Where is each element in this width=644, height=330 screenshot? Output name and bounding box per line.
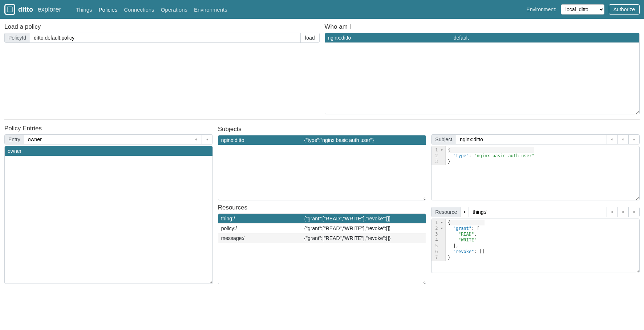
editor-code[interactable]: { "type": "nginx basic auth user" } (446, 146, 536, 165)
add-resource-button[interactable] (607, 207, 617, 217)
delete-entry-button[interactable] (202, 135, 212, 144)
table-row[interactable]: message:/{"grant":["READ","WRITE"],"revo… (218, 233, 426, 243)
table-row[interactable]: policy:/{"grant":["READ","WRITE"],"revok… (218, 224, 426, 233)
subjects-box[interactable]: nginx:ditto{"type":"nginx basic auth use… (218, 135, 426, 200)
subjects-resources-column: Subjects nginx:ditto{"type":"nginx basic… (218, 134, 426, 284)
table-row[interactable]: nginx:dittodefault (325, 33, 640, 43)
trash-icon (633, 209, 635, 215)
subjects-heading: Subjects (218, 126, 426, 133)
nav-links: ThingsPoliciesConnectionsOperationsEnvir… (76, 7, 227, 13)
subject-editor[interactable]: 1 ▾ 2 3 { "type": "nginx basic auth user… (431, 146, 640, 200)
editor-gutter: 1 ▾ 2 ▾ 3 4 5 6 7 (432, 219, 446, 261)
svg-rect-11 (633, 139, 635, 140)
entry-addon: Entry (5, 135, 24, 144)
whoami-panel: Who am I nginx:dittodefault (325, 23, 640, 114)
add-entry-button[interactable] (191, 135, 202, 144)
svg-rect-10 (623, 139, 624, 140)
load-button[interactable]: load (300, 33, 319, 42)
add-subject-button[interactable] (607, 135, 617, 144)
table-row[interactable]: owner (5, 146, 212, 156)
svg-marker-15 (464, 211, 466, 213)
svg-rect-19 (623, 211, 624, 212)
whoami-heading: Who am I (325, 23, 640, 30)
nav-link-operations[interactable]: Operations (161, 7, 187, 13)
table-cell: nginx:ditto (218, 135, 301, 145)
table-cell: message:/ (218, 233, 301, 243)
save-icon (622, 209, 624, 215)
table-cell: default (451, 33, 639, 43)
table-row[interactable]: thing:/{"grant":["READ","WRITE"],"revoke… (218, 214, 426, 224)
policyid-addon: PolicyId (5, 33, 30, 42)
table-cell: {"grant":["READ","WRITE"],"revoke":[]} (301, 233, 426, 243)
caret-right-icon (463, 211, 466, 213)
editors-column: Subject 1 ▾ 2 3 { "type": "nginx basic a… (431, 134, 640, 284)
subject-input-group: Subject (431, 134, 640, 144)
resource-addon: Resource (432, 207, 461, 217)
whoami-table: nginx:dittodefault (325, 33, 640, 43)
resource-input-group: Resource (431, 207, 640, 217)
save-resource-button[interactable] (617, 207, 628, 217)
delete-resource-button[interactable] (628, 207, 639, 217)
nav-link-things[interactable]: Things (76, 7, 92, 13)
subject-addon: Subject (432, 135, 456, 144)
table-cell: thing:/ (218, 214, 301, 224)
logo-icon (4, 4, 15, 15)
save-subject-button[interactable] (617, 135, 628, 144)
entry-input-group: Entry (4, 134, 213, 144)
policyid-input-group: PolicyId load (4, 33, 320, 43)
policyid-input[interactable] (30, 33, 300, 42)
table-cell: {"type":"nginx basic auth user"} (301, 135, 426, 145)
nav-link-environments[interactable]: Environments (194, 7, 227, 13)
environment-select[interactable]: local_ditto (561, 4, 604, 15)
nav-right: Environment: local_ditto Authorize (526, 4, 640, 15)
table-cell: {"grant":["READ","WRITE"],"revoke":[]} (301, 214, 426, 224)
whoami-box[interactable]: nginx:dittodefault (325, 33, 640, 114)
entries-list-box[interactable]: owner (4, 146, 213, 284)
load-policy-panel: Load a policy PolicyId load (4, 23, 320, 114)
plus-circle-icon (611, 209, 613, 215)
divider (4, 119, 640, 120)
navbar: ditto explorer ThingsPoliciesConnections… (0, 0, 644, 19)
editor-code[interactable]: { "grant": [ "READ", "WRITE" ], "revoke"… (446, 219, 487, 261)
plus-circle-icon (611, 137, 613, 142)
resource-dropdown-toggle[interactable] (461, 207, 469, 217)
trash-icon (633, 137, 635, 142)
entry-column: Entry owner (4, 134, 213, 284)
nav-link-policies[interactable]: Policies (99, 7, 118, 13)
svg-rect-3 (207, 139, 208, 140)
brand-sub: explorer (37, 6, 61, 13)
entry-input[interactable] (24, 135, 191, 144)
subject-input[interactable] (456, 135, 607, 144)
resource-input[interactable] (469, 207, 607, 217)
editor-gutter: 1 ▾ 2 3 (432, 146, 446, 165)
brand: ditto explorer (4, 4, 61, 15)
table-row[interactable]: nginx:ditto{"type":"nginx basic auth use… (218, 135, 426, 145)
table-cell: nginx:ditto (325, 33, 451, 43)
table-cell: owner (5, 146, 212, 156)
resources-box[interactable]: thing:/{"grant":["READ","WRITE"],"revoke… (218, 213, 426, 284)
brand-name: ditto (18, 6, 33, 13)
trash-icon (206, 137, 208, 142)
load-policy-heading: Load a policy (4, 23, 320, 30)
delete-subject-button[interactable] (628, 135, 639, 144)
authorize-button[interactable]: Authorize (609, 4, 640, 15)
nav-link-connections[interactable]: Connections (124, 7, 154, 13)
save-icon (622, 137, 624, 142)
resources-heading: Resources (218, 204, 426, 211)
svg-rect-20 (633, 212, 635, 213)
table-cell: policy:/ (218, 224, 301, 233)
resource-editor[interactable]: 1 ▾ 2 ▾ 3 4 5 6 7 { "grant": [ "READ", "… (431, 219, 640, 273)
resources-table: thing:/{"grant":["READ","WRITE"],"revoke… (218, 214, 426, 243)
environment-label: Environment: (526, 7, 556, 12)
table-cell: {"grant":["READ","WRITE"],"revoke":[]} (301, 224, 426, 233)
entries-table: owner (5, 146, 212, 156)
plus-circle-icon (195, 137, 197, 142)
subjects-table: nginx:ditto{"type":"nginx basic auth use… (218, 135, 426, 145)
